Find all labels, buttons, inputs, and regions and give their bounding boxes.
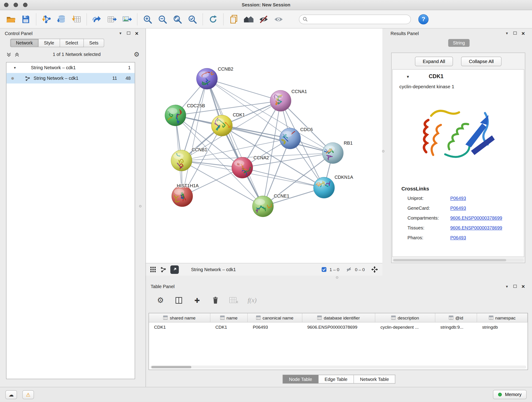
- node-HIST1H1A[interactable]: [172, 186, 193, 207]
- horizontal-splitter-grip[interactable]: [336, 276, 338, 279]
- float-panel-icon[interactable]: [511, 31, 519, 36]
- tab-sets[interactable]: Sets: [84, 39, 104, 47]
- refresh-layout-button[interactable]: [206, 12, 220, 27]
- crosslink-link-uniprot[interactable]: P06493: [450, 196, 466, 201]
- node-CDC25B[interactable]: [165, 105, 186, 126]
- tab-style[interactable]: Style: [38, 39, 60, 47]
- minimize-window-button[interactable]: [13, 3, 18, 7]
- zoom-fit-button[interactable]: [170, 12, 185, 27]
- crosslink-row: Compartments:9606.ENSP00000378699: [393, 213, 524, 223]
- tab-select[interactable]: Select: [60, 39, 84, 47]
- zoom-in-button[interactable]: [140, 12, 155, 27]
- export-network-button[interactable]: [89, 12, 104, 27]
- crosslink-link-genecard[interactable]: P06493: [450, 206, 466, 211]
- show-columns-button[interactable]: [173, 294, 184, 306]
- node-CDK1[interactable]: [211, 115, 233, 136]
- column-header--id[interactable]: @id: [435, 313, 477, 322]
- delete-table-button[interactable]: [228, 294, 239, 306]
- edge-CCNA2-CDKN1A[interactable]: [242, 168, 324, 188]
- tab-node-table[interactable]: Node Table: [283, 375, 318, 384]
- zoom-out-button[interactable]: [155, 12, 170, 27]
- column-header-shared-name[interactable]: shared name: [149, 313, 210, 322]
- open-external-button[interactable]: [170, 265, 179, 274]
- collapse-all-icon[interactable]: [6, 52, 12, 57]
- crosslink-link-tissues[interactable]: 9606.ENSP00000378699: [450, 225, 502, 230]
- selected-checkbox-icon[interactable]: [322, 267, 327, 272]
- network-share-icon[interactable]: [160, 267, 166, 273]
- crosslink-link-compartments[interactable]: 9606.ENSP00000378699: [450, 216, 502, 220]
- cloud-button[interactable]: ☁: [6, 390, 17, 399]
- save-session-button[interactable]: [18, 12, 33, 27]
- create-column-button[interactable]: ✚: [191, 294, 203, 306]
- document-copy-button[interactable]: [226, 12, 241, 27]
- network-row-selected[interactable]: String Network – cdk1 11 48: [6, 73, 135, 83]
- homes-button[interactable]: [241, 12, 256, 27]
- column-header-canonical-name[interactable]: canonical name: [248, 313, 302, 322]
- search-input[interactable]: [308, 16, 407, 22]
- import-network-file-button[interactable]: [39, 12, 54, 27]
- column-header-description[interactable]: description: [375, 313, 435, 322]
- panel-menu-icon[interactable]: ▾: [503, 284, 511, 289]
- function-builder-button[interactable]: f(x): [246, 294, 258, 306]
- export-table-button[interactable]: [104, 12, 119, 27]
- delete-column-button[interactable]: [210, 294, 221, 306]
- table-options-button[interactable]: ⚙: [155, 294, 166, 306]
- node-CDKN1A[interactable]: [313, 177, 335, 198]
- table-scrollbar[interactable]: [150, 366, 526, 369]
- disclosure-triangle-icon[interactable]: ▾: [14, 65, 19, 70]
- tab-network[interactable]: Network: [10, 39, 38, 47]
- sphere-highlight: [255, 199, 265, 205]
- tab-string[interactable]: String: [448, 39, 470, 47]
- zoom-selected-button[interactable]: [185, 12, 200, 27]
- results-scrollbar[interactable]: [393, 259, 524, 262]
- help-button[interactable]: ?: [418, 14, 428, 24]
- memory-button[interactable]: Memory: [493, 390, 526, 399]
- birdseye-grid-icon[interactable]: [150, 267, 156, 273]
- edge-CCNB2-CCNA1[interactable]: [207, 79, 280, 101]
- node-CCNA2[interactable]: [232, 157, 253, 178]
- network-graph[interactable]: CCNB2CCNA1CDC25BCDK1CDC6RB1CCNB1CCNA2CDK…: [146, 28, 382, 263]
- node-CCNB2[interactable]: [196, 68, 217, 89]
- node-CCNA1[interactable]: [270, 90, 291, 111]
- hide-selected-button[interactable]: [256, 12, 271, 27]
- gene-disclosure-icon[interactable]: ▾: [407, 74, 409, 79]
- export-image-button[interactable]: [119, 12, 134, 27]
- show-all-button[interactable]: [271, 12, 286, 27]
- left-splitter-grip[interactable]: [139, 205, 141, 207]
- close-panel-icon[interactable]: ✕: [133, 31, 141, 36]
- node-RB1[interactable]: [322, 143, 343, 164]
- collapse-all-button[interactable]: Collapse All: [461, 57, 501, 66]
- network-options-gear-icon[interactable]: ⚙: [133, 51, 139, 58]
- network-collection-row[interactable]: ▾ String Network – cdk1 1: [6, 62, 135, 73]
- warnings-button[interactable]: ⚠: [22, 390, 34, 399]
- expand-all-button[interactable]: Expand All: [415, 57, 453, 66]
- panel-menu-icon[interactable]: ▾: [116, 31, 125, 36]
- float-panel-icon[interactable]: [511, 284, 519, 289]
- close-panel-icon[interactable]: ✕: [519, 284, 527, 289]
- close-panel-icon[interactable]: ✕: [519, 31, 527, 36]
- node-CCNB1[interactable]: [171, 149, 192, 172]
- column-header-database-identifier[interactable]: database identifier: [302, 313, 375, 322]
- close-window-button[interactable]: [4, 3, 8, 7]
- import-table-button[interactable]: [69, 12, 84, 27]
- open-session-button[interactable]: [3, 12, 18, 27]
- import-network-database-button[interactable]: [54, 12, 69, 27]
- results-scrollbar-thumb[interactable]: [393, 259, 506, 261]
- zoom-window-button[interactable]: [23, 3, 27, 7]
- right-splitter-grip[interactable]: [382, 150, 384, 153]
- column-header-name[interactable]: name: [210, 313, 248, 322]
- table-scrollbar-thumb[interactable]: [151, 366, 191, 368]
- tab-network-table[interactable]: Network Table: [354, 375, 395, 384]
- move-crosshair-icon[interactable]: [371, 266, 379, 274]
- tab-edge-table[interactable]: Edge Table: [318, 375, 354, 384]
- table-row[interactable]: CDK1CDK1P064939606.ENSP00000378699cyclin…: [149, 322, 528, 332]
- column-header-namespac[interactable]: namespac: [477, 313, 528, 322]
- edge-CCNB2-CCNE1[interactable]: [207, 79, 263, 206]
- crosslink-link-pharos[interactable]: P06493: [450, 235, 466, 240]
- float-panel-icon[interactable]: [124, 31, 133, 36]
- export-image-icon: [122, 14, 132, 24]
- hidden-eye-slash-icon[interactable]: [346, 267, 352, 272]
- panel-menu-icon[interactable]: ▾: [503, 31, 511, 36]
- node-CDC6[interactable]: [278, 128, 301, 149]
- expand-all-icon[interactable]: [14, 52, 20, 57]
